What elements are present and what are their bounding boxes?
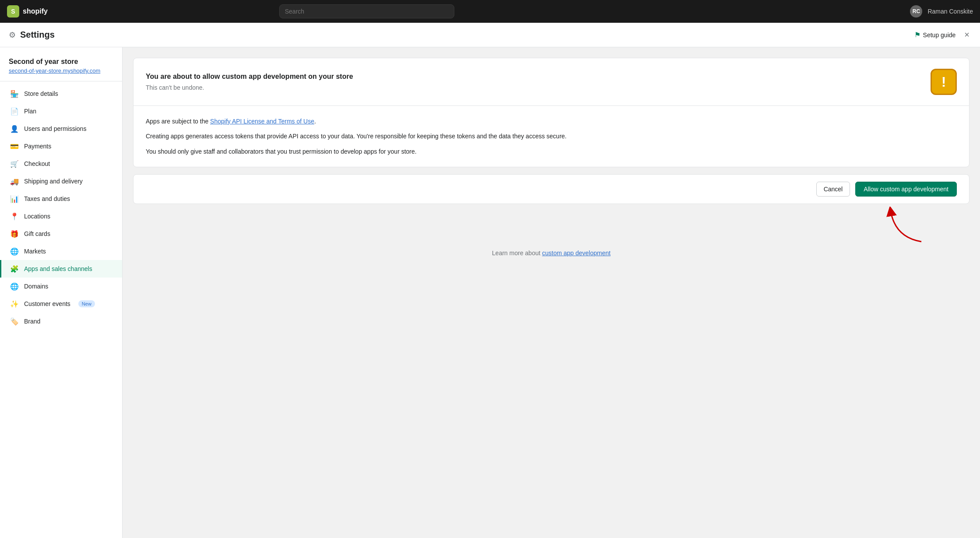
sidebar-item-label: Markets: [24, 248, 46, 255]
cancel-button[interactable]: Cancel: [816, 182, 850, 197]
domains-icon: 🌐: [10, 282, 19, 291]
sidebar-item-checkout[interactable]: 🛒 Checkout: [0, 155, 122, 172]
payments-icon: 💳: [10, 142, 19, 151]
store-name: Second of year store: [9, 58, 113, 66]
info-line3: You should only give staff and collabora…: [146, 147, 957, 156]
sidebar-item-label: Apps and sales channels: [24, 265, 92, 272]
sidebar-item-taxes-duties[interactable]: 📊 Taxes and duties: [0, 190, 122, 207]
apps-icon: 🧩: [10, 264, 19, 273]
customer-events-icon: ✨: [10, 299, 19, 308]
warning-subtext: This can't be undone.: [146, 84, 353, 91]
setup-guide-label: Setup guide: [923, 32, 956, 39]
learn-more-prefix: Learn more about: [492, 250, 542, 257]
sidebar-item-label: Brand: [24, 318, 40, 325]
checkout-icon: 🛒: [10, 159, 19, 168]
sidebar-item-label: Checkout: [24, 160, 50, 167]
gear-icon: ⚙: [9, 30, 16, 40]
sidebar-item-label: Taxes and duties: [24, 195, 70, 202]
topbar: S shopify RC Raman Conskite: [0, 0, 980, 23]
shopify-api-link[interactable]: Shopify API License and Terms of Use: [210, 118, 314, 125]
sidebar-item-label: Locations: [24, 213, 50, 220]
sidebar-item-apps-sales-channels[interactable]: 🧩 Apps and sales channels: [0, 260, 122, 278]
sidebar-item-label: Plan: [24, 108, 36, 115]
avatar: RC: [910, 5, 922, 18]
sidebar-item-label: Store details: [24, 90, 58, 97]
learn-more-row: Learn more about custom app development: [133, 246, 969, 260]
arrow-annotation: [133, 211, 969, 246]
page-title: Settings: [20, 30, 55, 40]
store-info: Second of year store second-of-year-stor…: [0, 54, 122, 81]
main-content: You are about to allow custom app develo…: [123, 47, 980, 538]
warning-section: You are about to allow custom app develo…: [133, 58, 969, 105]
sidebar-item-plan[interactable]: 📄 Plan: [0, 102, 122, 120]
sidebar-item-shipping-delivery[interactable]: 🚚 Shipping and delivery: [0, 172, 122, 190]
markets-icon: 🌐: [10, 247, 19, 256]
flag-icon: ⚑: [914, 31, 920, 39]
sidebar-item-users-permissions[interactable]: 👤 Users and permissions: [0, 120, 122, 137]
store-details-icon: 🏪: [10, 89, 19, 98]
user-name: Raman Conskite: [927, 8, 973, 15]
info-section: Apps are subject to the Shopify API Lice…: [133, 105, 969, 167]
search-input[interactable]: [279, 4, 454, 18]
settings-body: Second of year store second-of-year-stor…: [0, 47, 980, 538]
warning-heading: You are about to allow custom app develo…: [146, 73, 353, 81]
taxes-icon: 📊: [10, 194, 19, 203]
sidebar-item-payments[interactable]: 💳 Payments: [0, 137, 122, 155]
plan-icon: 📄: [10, 107, 19, 116]
info-line1: Apps are subject to the Shopify API Lice…: [146, 116, 957, 126]
topbar-logo: S shopify: [7, 5, 48, 18]
warning-text: You are about to allow custom app develo…: [146, 73, 353, 91]
sidebar-item-markets[interactable]: 🌐 Markets: [0, 243, 122, 260]
sidebar-item-gift-cards[interactable]: 🎁 Gift cards: [0, 225, 122, 243]
sidebar-item-label: Users and permissions: [24, 125, 86, 132]
arrow-icon: [882, 207, 934, 246]
allow-custom-app-development-button[interactable]: Allow custom app development: [855, 182, 957, 197]
search-area: [279, 4, 454, 18]
logo-text: shopify: [23, 7, 48, 15]
sidebar-item-domains[interactable]: 🌐 Domains: [0, 278, 122, 295]
users-icon: 👤: [10, 124, 19, 133]
sidebar-item-locations[interactable]: 📍 Locations: [0, 207, 122, 225]
sidebar-item-customer-events[interactable]: ✨ Customer events New: [0, 295, 122, 313]
sidebar-item-brand[interactable]: 🏷️ Brand: [0, 313, 122, 330]
sidebar-item-label: Customer events: [24, 300, 70, 307]
info-line2: Creating apps generates access tokens th…: [146, 131, 957, 141]
setup-guide-button[interactable]: ⚑ Setup guide: [914, 31, 956, 39]
sidebar: Second of year store second-of-year-stor…: [0, 47, 123, 538]
dialog-card: You are about to allow custom app develo…: [133, 58, 969, 167]
custom-app-dev-link[interactable]: custom app development: [542, 250, 610, 257]
settings-header: ⚙ Settings ⚑ Setup guide ×: [0, 23, 980, 47]
new-badge: New: [78, 300, 95, 307]
action-row: Cancel Allow custom app development: [133, 174, 969, 204]
sidebar-item-label: Payments: [24, 143, 51, 150]
locations-icon: 📍: [10, 212, 19, 221]
sidebar-item-label: Shipping and delivery: [24, 178, 83, 185]
shipping-icon: 🚚: [10, 177, 19, 186]
warning-icon: [931, 69, 957, 95]
topbar-right: RC Raman Conskite: [910, 5, 973, 18]
store-url[interactable]: second-of-year-store.myshopify.com: [9, 67, 113, 74]
info-line1-prefix: Apps are subject to the: [146, 118, 210, 125]
settings-page: ⚙ Settings ⚑ Setup guide × Second of yea…: [0, 23, 980, 538]
brand-icon: 🏷️: [10, 317, 19, 326]
sidebar-item-label: Gift cards: [24, 230, 50, 237]
close-button[interactable]: ×: [962, 28, 971, 42]
info-line1-suffix: .: [314, 118, 316, 125]
gift-cards-icon: 🎁: [10, 229, 19, 238]
sidebar-item-store-details[interactable]: 🏪 Store details: [0, 85, 122, 102]
sidebar-item-label: Domains: [24, 283, 48, 290]
shopify-icon: S: [7, 5, 19, 18]
settings-title-row: ⚙ Settings: [9, 30, 55, 40]
